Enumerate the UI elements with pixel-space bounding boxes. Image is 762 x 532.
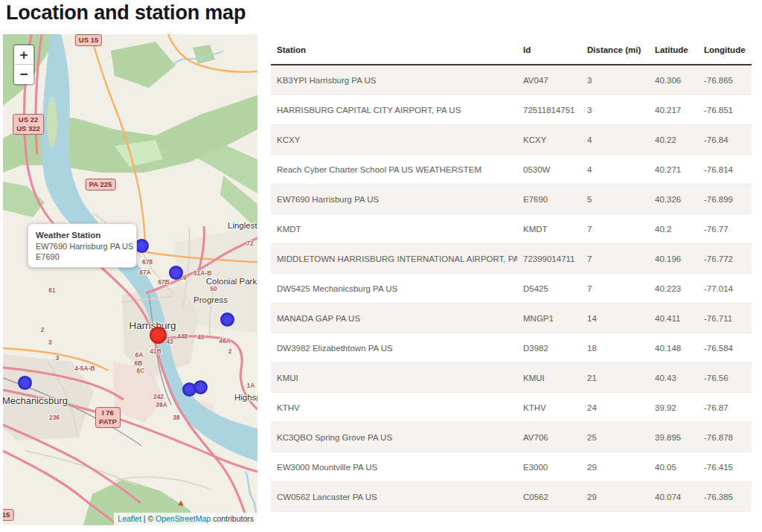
cell-distance: 21 <box>581 374 649 382</box>
cell-station: CW0562 Lancaster PA US <box>271 493 517 501</box>
tooltip-title: Weather Station <box>36 231 130 240</box>
cell-longitude: -76.814 <box>698 165 752 174</box>
table-row[interactable]: KMDTKMDT740.2-76.77 <box>271 214 752 244</box>
cell-distance: 4 <box>581 165 649 174</box>
cell-longitude: -76.878 <box>698 433 752 442</box>
cell-latitude: 39.92 <box>649 403 698 412</box>
page-title: Location and station map <box>6 1 246 25</box>
table-row[interactable]: KB3YPI Harrisburg PA USAV047340.306-76.8… <box>271 65 752 95</box>
table-row[interactable]: EW3000 Mountville PA USE30002940.05-76.4… <box>271 452 752 482</box>
station-marker-red-selected[interactable] <box>150 327 167 344</box>
cell-latitude: 40.22 <box>649 135 698 144</box>
cell-longitude: -76.77 <box>698 225 752 234</box>
station-marker-blue[interactable] <box>18 376 32 390</box>
cell-longitude: -76.87 <box>698 403 752 412</box>
table-row[interactable]: HARRISBURG CAPITAL CITY AIRPORT, PA US72… <box>271 95 752 125</box>
table-row[interactable]: EW7690 Harrisburg PA USE7690540.326-76.8… <box>271 185 752 214</box>
cell-id: D3982 <box>517 344 581 353</box>
table-row[interactable]: MANADA GAP PA USMNGP11440.411-76.711 <box>271 304 752 333</box>
column-header-distance[interactable]: Distance (mi) <box>581 45 649 54</box>
table-body: KB3YPI Harrisburg PA USAV047340.306-76.8… <box>271 65 752 512</box>
column-header-id[interactable]: Id <box>517 45 581 54</box>
cell-distance: 3 <box>581 106 649 115</box>
cell-station: DW5425 Mechanicsburg PA US <box>271 284 517 293</box>
cell-distance: 4 <box>581 135 649 144</box>
cell-longitude: -76.899 <box>698 195 752 204</box>
zoom-in-button[interactable]: + <box>14 45 33 65</box>
basemap-tiles <box>3 34 257 525</box>
cell-id: KMDT <box>517 225 581 234</box>
attribution-suffix: contributors <box>211 514 254 523</box>
cell-latitude: 40.05 <box>649 463 698 472</box>
openstreetmap-link[interactable]: OpenStreetMap <box>156 514 211 523</box>
table-row[interactable]: KC3QBO Spring Grove PA USAV7062539.895-7… <box>271 423 752 452</box>
cell-longitude: -76.415 <box>698 463 752 472</box>
cell-id: 72399014711 <box>517 254 581 263</box>
table-row[interactable]: MIDDLETOWN HARRISBURG INTERNATIONAL AIRP… <box>271 244 752 274</box>
column-header-longitude[interactable]: Longitude <box>698 45 752 54</box>
cell-station: EW7690 Harrisburg PA US <box>271 195 517 204</box>
cell-latitude: 40.411 <box>649 314 698 323</box>
cell-longitude: -76.851 <box>698 106 752 115</box>
cell-distance: 7 <box>581 284 649 293</box>
cell-id: MNGP1 <box>517 314 581 323</box>
zoom-out-button[interactable]: − <box>14 65 33 84</box>
map-zoom-control: + − <box>13 44 35 86</box>
cell-id: C0562 <box>517 493 581 501</box>
cell-id: KMUI <box>517 374 581 382</box>
table-header: StationIdDistance (mi)LatitudeLongitude <box>271 36 752 65</box>
cell-id: E3000 <box>517 463 581 472</box>
cell-longitude: -76.84 <box>698 135 752 144</box>
cell-longitude: -76.772 <box>698 254 752 263</box>
table-row[interactable]: KCXYKCXY440.22-76.84 <box>271 125 752 155</box>
cell-latitude: 40.271 <box>649 165 698 174</box>
cell-station: KMUI <box>271 374 517 382</box>
cell-station: KMDT <box>271 225 517 234</box>
station-marker-blue[interactable] <box>169 266 183 280</box>
cell-id: E7690 <box>517 195 581 204</box>
cell-distance: 7 <box>581 254 649 263</box>
cell-id: 72511814751 <box>517 106 581 115</box>
cell-distance: 3 <box>581 76 649 85</box>
table-row[interactable]: CW0562 Lancaster PA USC05622940.074-76.3… <box>271 482 752 512</box>
cell-latitude: 40.2 <box>649 225 698 234</box>
cell-id: AV047 <box>517 76 581 85</box>
cell-station: EW3000 Mountville PA US <box>271 463 517 472</box>
cell-latitude: 39.895 <box>649 433 698 442</box>
cell-distance: 24 <box>581 403 649 412</box>
station-marker-blue[interactable] <box>193 380 208 394</box>
table-row[interactable]: DW3982 Elizabethtown PA USD39821840.148-… <box>271 333 752 363</box>
cell-station: KC3QBO Spring Grove PA US <box>271 433 517 442</box>
cell-distance: 7 <box>581 225 649 234</box>
cell-longitude: -76.56 <box>698 374 752 382</box>
cell-distance: 18 <box>581 344 649 353</box>
cell-id: D5425 <box>517 284 581 293</box>
cell-distance: 14 <box>581 314 649 323</box>
cell-station: KTHV <box>271 403 517 412</box>
cell-distance: 29 <box>581 493 649 501</box>
station-tooltip: Weather Station EW7690 Harrisburg PA US … <box>28 223 137 268</box>
cell-station: MANADA GAP PA US <box>271 314 517 323</box>
cell-latitude: 40.148 <box>649 344 698 353</box>
leaflet-map[interactable]: HarrisburgMechanicsburgLinglestownColoni… <box>3 34 257 525</box>
table-row[interactable]: DW5425 Mechanicsburg PA USD5425740.223-7… <box>271 274 752 304</box>
table-row[interactable]: KTHVKTHV2439.92-76.87 <box>271 393 752 423</box>
attribution-copyright: © <box>147 514 156 523</box>
leaflet-link[interactable]: Leaflet <box>118 514 141 523</box>
cell-longitude: -76.711 <box>698 314 752 323</box>
cell-longitude: -76.584 <box>698 344 752 353</box>
table-row[interactable]: KMUIKMUI2140.43-76.56 <box>271 363 752 393</box>
station-marker-blue[interactable] <box>220 313 234 327</box>
table-row[interactable]: Reach Cyber Charter School PA US WEATHER… <box>271 155 752 185</box>
cell-latitude: 40.43 <box>649 374 698 382</box>
column-header-station[interactable]: Station <box>271 45 517 54</box>
tooltip-station: EW7690 Harrisburg PA US <box>36 242 130 251</box>
cell-distance: 29 <box>581 463 649 472</box>
cell-longitude: -77.014 <box>698 284 752 293</box>
cell-distance: 5 <box>581 195 649 204</box>
cell-longitude: -76.865 <box>698 76 752 85</box>
column-header-latitude[interactable]: Latitude <box>649 45 698 54</box>
cell-latitude: 40.196 <box>649 254 698 263</box>
cell-id: KCXY <box>517 135 581 144</box>
cell-station: Reach Cyber Charter School PA US WEATHER… <box>271 165 517 174</box>
